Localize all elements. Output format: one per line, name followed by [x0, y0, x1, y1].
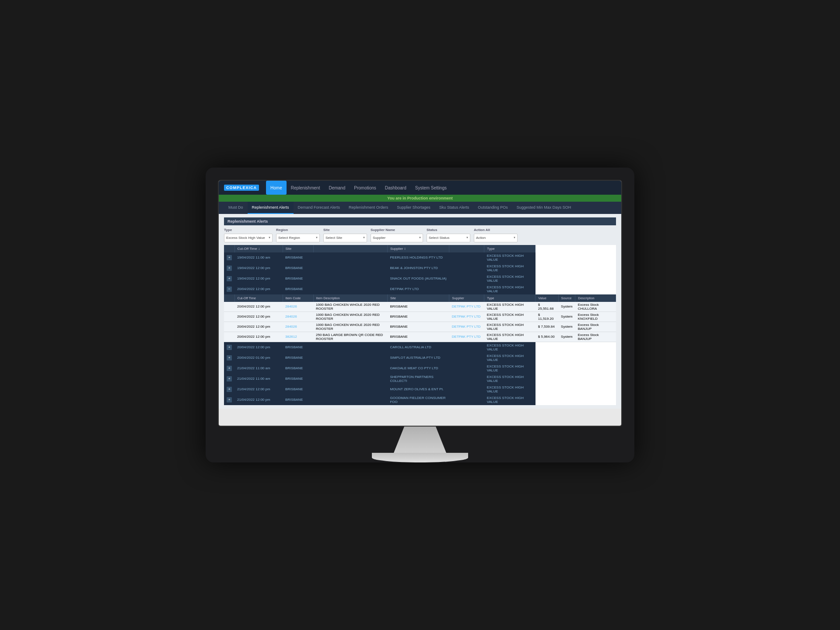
expand-button[interactable]: + [227, 345, 232, 350]
expand-button[interactable]: + [227, 255, 232, 260]
group-supplier: SNACK OUT FOODS (AUSTRALIA) [387, 273, 449, 284]
child-cell: System [558, 302, 575, 312]
group-site: BRISBANE [283, 252, 313, 263]
sub-nav-sku-status-alerts[interactable]: Sku Status Alerts [435, 202, 474, 214]
expand-btn-cell[interactable]: + [224, 395, 234, 405]
group-type: EXCESS STOCK HIGH VALUE [484, 263, 536, 273]
logo-text: COMPLEXICA [224, 185, 259, 191]
child-item-code[interactable]: 284026 [283, 302, 313, 312]
child-cell: BRISBANE [387, 322, 449, 332]
filter-region-select[interactable]: Select Region [276, 234, 320, 242]
sub-nav-suggested-min-max[interactable]: Suggested Min Max Days SOH [512, 202, 576, 214]
expand-button[interactable]: + [227, 355, 232, 360]
group-header-row: +21/04/2022 11:00 amBRISBANEOAKDALE MEAT… [224, 363, 616, 374]
group-site: BRISBANE [283, 384, 313, 395]
expand-btn-cell[interactable]: + [224, 363, 234, 374]
nav-item-dashboard[interactable]: Dashboard [381, 181, 411, 195]
section-title: Replenishment Alerts [224, 217, 616, 225]
sub-nav-replenishment-alerts[interactable]: Replenishment Alerts [248, 202, 294, 214]
app: COMPLEXICA Home Replenishment Demand Pro… [219, 181, 621, 426]
group-supplier: MOUNT ZERO OLIVES & ENT Pt. [387, 384, 449, 395]
monitor: COMPLEXICA Home Replenishment Demand Pro… [206, 168, 634, 462]
filter-type-select[interactable]: Excess Stock High Value [224, 234, 273, 242]
filter-region-label: Region [276, 228, 320, 232]
child-cell: BRISBANE [387, 312, 449, 322]
child-cell: $ 7,539.84 [536, 322, 558, 332]
nav-item-demand[interactable]: Demand [324, 181, 350, 195]
child-cell [224, 302, 234, 312]
child-cell: 250 BAG LARGE BROWN QR CODE RED ROOSTER [313, 332, 387, 342]
group-cutoff: 21/04/2022 11:00 am [234, 363, 283, 374]
main-table: Cut-Off Time ↓ Site Supplier ↕ Type +19/… [224, 245, 616, 405]
child-item-code[interactable]: 284026 [283, 322, 313, 332]
expand-button[interactable]: + [227, 397, 232, 402]
child-item-code[interactable]: 284026 [283, 312, 313, 322]
stand-base [372, 453, 468, 462]
table-body: +19/04/2022 11:00 amBRISBANEPEERLESS HOL… [224, 252, 616, 405]
expand-btn-cell[interactable]: + [224, 252, 234, 263]
expand-btn-cell[interactable]: + [224, 353, 234, 363]
group-cutoff: 21/04/2022 11:00 am [234, 374, 283, 384]
expand-button[interactable]: + [227, 376, 232, 382]
sub-table-header: Cut-Off TimeItem CodeItem DescriptionSit… [224, 294, 616, 302]
group-cutoff: 20/04/2022 01:00 pm [234, 353, 283, 363]
filter-action-select[interactable]: Action [474, 234, 518, 242]
group-type: EXCESS STOCK HIGH VALUE [484, 353, 536, 363]
nav-item-system-settings[interactable]: System Settings [411, 181, 451, 195]
expand-button[interactable]: + [227, 387, 232, 392]
expanded-child-row: 20/04/2022 12:00 pm382612250 BAG LARGE B… [224, 332, 616, 342]
sub-th-description: Description [575, 294, 616, 302]
group-header-row: −20/04/2022 12:00 pmBRISBANEDETPAK PTY L… [224, 284, 616, 294]
group-header-row: +19/04/2022 11:00 amBRISBANEPEERLESS HOL… [224, 252, 616, 263]
child-cell: EXCESS STOCK HIGH VALUE [484, 302, 536, 312]
expand-btn-cell[interactable]: − [224, 284, 234, 294]
expand-btn-cell[interactable]: + [224, 273, 234, 284]
expand-btn-cell[interactable]: + [224, 342, 234, 353]
expand-button[interactable]: + [227, 276, 232, 281]
child-cell: 20/04/2022 12:00 pm [234, 332, 283, 342]
main-table-container: Cut-Off Time ↓ Site Supplier ↕ Type +19/… [224, 245, 616, 405]
child-cell: System [558, 332, 575, 342]
nav-item-promotions[interactable]: Promotions [350, 181, 381, 195]
nav-item-home[interactable]: Home [266, 181, 287, 195]
group-cutoff: 21/04/2022 12:00 pm [234, 384, 283, 395]
nav-item-replenishment[interactable]: Replenishment [287, 181, 325, 195]
sub-nav-outstanding-pos[interactable]: Outstanding POs [473, 202, 512, 214]
child-cell: DETPAK PTY LTD [449, 302, 484, 312]
filter-type-label: Type [224, 228, 273, 232]
expand-button[interactable]: + [227, 366, 232, 371]
expand-button[interactable]: + [227, 266, 232, 271]
child-cell: 1000 BAG CHICKEN WHOLE 2020 RED ROOSTER [313, 302, 387, 312]
expand-button[interactable]: − [227, 287, 232, 292]
child-cell: EXCESS STOCK HIGH VALUE [484, 312, 536, 322]
group-site: BRISBANE [283, 342, 313, 353]
child-cell [224, 322, 234, 332]
sub-nav-must-do[interactable]: Must Do [224, 202, 248, 214]
expand-btn-cell[interactable]: + [224, 374, 234, 384]
group-supplier: OAKDALE MEAT CO PTY LTD [387, 363, 449, 374]
filter-supplier-select[interactable]: Supplier [371, 234, 423, 242]
sub-th-source: Source [558, 294, 575, 302]
child-cell: Excess Stock KNOXFIELD [575, 312, 616, 322]
expanded-child-row: 20/04/2022 12:00 pm2840261000 BAG CHICKE… [224, 302, 616, 312]
th-cutoff[interactable]: Cut-Off Time ↓ [234, 245, 283, 252]
expand-btn-cell[interactable]: + [224, 384, 234, 395]
filter-site-select[interactable]: Select Site [323, 234, 367, 242]
group-type: EXCESS STOCK HIGH VALUE [484, 273, 536, 284]
sub-nav-supplier-shortages[interactable]: Supplier Shortages [392, 202, 435, 214]
th-supplier[interactable]: Supplier ↕ [387, 245, 449, 252]
sub-nav-demand-forecast-alerts[interactable]: Demand Forecast Alerts [294, 202, 345, 214]
filter-type: Type Excess Stock High Value [224, 228, 273, 242]
filter-status-select[interactable]: Select Status [427, 234, 470, 242]
group-site: BRISBANE [283, 263, 313, 273]
sub-nav-replenishment-orders[interactable]: Replenishment Orders [344, 202, 392, 214]
filter-region: Region Select Region [276, 228, 320, 242]
child-cell: 20/04/2022 12:00 pm [234, 302, 283, 312]
group-site: BRISBANE [283, 273, 313, 284]
child-item-code[interactable]: 382612 [283, 332, 313, 342]
expand-btn-cell[interactable]: + [224, 263, 234, 273]
group-type: EXCESS STOCK HIGH VALUE [484, 342, 536, 353]
table-header: Cut-Off Time ↓ Site Supplier ↕ Type [224, 245, 616, 252]
child-cell: EXCESS STOCK HIGH VALUE [484, 332, 536, 342]
group-type: EXCESS STOCK HIGH VALUE [484, 384, 536, 395]
